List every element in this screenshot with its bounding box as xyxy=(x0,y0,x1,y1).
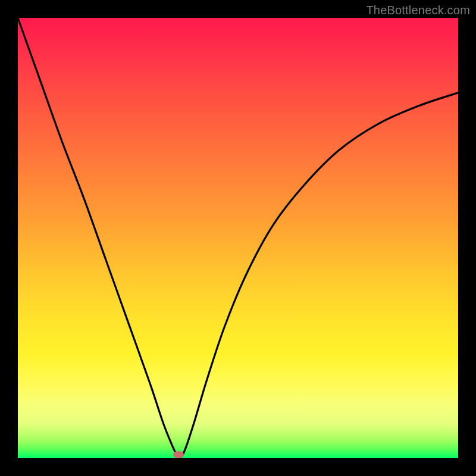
curve-svg xyxy=(18,18,458,458)
watermark-text: TheBottleneck.com xyxy=(366,4,470,17)
minimum-marker xyxy=(173,451,184,458)
chart-frame: TheBottleneck.com xyxy=(0,0,476,476)
plot-area xyxy=(18,18,458,458)
bottleneck-curve xyxy=(18,18,458,457)
